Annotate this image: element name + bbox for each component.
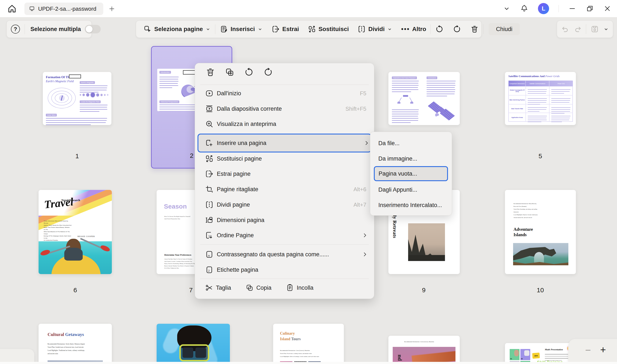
menu-item-dimensioni-pagina[interactable]: Dimensioni pagina xyxy=(200,212,369,228)
delete-page-button[interactable] xyxy=(466,25,483,34)
table-cell xyxy=(526,95,549,104)
menu-item-contrassegnato[interactable]: ıv Contrassegnato da questa pagina come.… xyxy=(200,247,369,262)
copy-button[interactable]: Copia xyxy=(245,284,272,292)
crop-icon xyxy=(205,185,214,194)
cut-label: Taglia xyxy=(216,285,231,291)
redo-button[interactable] xyxy=(574,25,582,33)
kayak-photo xyxy=(39,241,112,274)
submenu-item-da-immagine[interactable]: Da immagine... xyxy=(375,152,448,165)
insert-icon xyxy=(220,25,228,33)
home-button[interactable] xyxy=(7,3,17,14)
rotate-left-quick-button[interactable] xyxy=(244,67,254,77)
menu-item-etichette-pagina[interactable]: 2 Etichette pagina xyxy=(200,262,369,277)
page-thumbnail-math[interactable]: 01 02 03 04 idea Math Presentation Skill… xyxy=(505,343,576,364)
svg-text:ıv: ıv xyxy=(208,254,210,257)
tag: Implications And Future Research xyxy=(392,77,417,79)
save-icon xyxy=(590,25,599,34)
quick-actions-row xyxy=(205,67,273,77)
replace-icon xyxy=(308,25,316,33)
close-window-button[interactable] xyxy=(603,4,611,13)
rotate-right-button[interactable] xyxy=(448,25,466,34)
title-regular: Satellite Communications And xyxy=(508,75,545,78)
save-options-button[interactable] xyxy=(603,26,609,32)
planets-row xyxy=(80,92,108,97)
page-thumbnail-culinary[interactable]: Culinary Island Tours Recommended Destin… xyxy=(273,324,344,364)
split-button[interactable]: Dividi xyxy=(353,25,397,33)
idea-sticky: idea xyxy=(532,353,540,359)
document-tab[interactable]: UPDF-2-sa...-password xyxy=(25,2,103,15)
avatar[interactable]: L xyxy=(538,3,549,14)
menu-item-dividi-pagine[interactable]: Dividi pagine Alt+7 xyxy=(200,197,369,212)
rotate-right-quick-button[interactable] xyxy=(263,67,273,77)
submenu-item-pagina-vuota[interactable]: Pagina vuota... xyxy=(374,166,448,181)
new-tab-button[interactable] xyxy=(108,5,116,13)
extract-button[interactable]: Estrai xyxy=(267,25,303,33)
trash-icon xyxy=(205,67,215,77)
page-thumbnail-island-pink[interactable]: Recommended Destinations: Crete (Greece)… xyxy=(389,336,460,364)
page-thumbnail-5[interactable]: Satellite Communications And Power Grids… xyxy=(505,72,576,125)
select-pages-button[interactable]: Seleziona pagine xyxy=(139,25,215,33)
zoom-out-button[interactable]: − xyxy=(583,345,593,355)
menu-item-anteprima[interactable]: Visualizza in anteprima xyxy=(200,116,369,132)
submenu-item-da-file[interactable]: Da file... xyxy=(375,137,448,150)
notifications-button[interactable] xyxy=(520,4,528,13)
page-thumbnail-6[interactable]: Trend Research Travel Ocean Adventures O… xyxy=(39,190,112,274)
page-thumbnail-snorkel[interactable] xyxy=(157,324,230,364)
menu-item-pagine-ritagliate[interactable]: Pagine ritagliate Alt+6 xyxy=(200,182,369,197)
table-header: Comparison Dimensions xyxy=(509,81,526,86)
page-thumbnail-1[interactable]: Formation Of The Earth's Magnetic Field … xyxy=(43,72,111,125)
clipboard-row: Taglia Copia Incolla xyxy=(200,280,323,296)
save-button[interactable] xyxy=(590,25,599,34)
scissors-icon xyxy=(205,284,213,292)
menu-item-inserire-una-pagina[interactable]: Inserire una pagina xyxy=(198,134,372,153)
rotate-left-icon xyxy=(244,67,254,77)
trash-icon xyxy=(470,25,479,34)
menu-item-estrai-pagine[interactable]: Estrai pagine xyxy=(200,166,369,182)
minimize-button[interactable] xyxy=(568,4,576,13)
help-button[interactable]: ? xyxy=(11,25,20,34)
redo-icon xyxy=(574,25,582,33)
paste-button[interactable]: Incolla xyxy=(286,284,313,292)
replace-button[interactable]: Sostituisci xyxy=(303,25,353,33)
restore-button[interactable] xyxy=(586,4,594,13)
tag: Solar Wind xyxy=(46,114,57,117)
delete-quick-button[interactable] xyxy=(205,67,215,77)
form-field-box xyxy=(69,75,81,78)
page-thumbnail-10[interactable]: Recommended Destinations: Maui (Hawaii),… xyxy=(505,190,576,274)
page-thumbnail-cultural-getaways[interactable]: Cultural Getaways Recommended Destinatio… xyxy=(39,324,112,364)
page-thumbnail-4[interactable]: Implications And Future Research Conclus… xyxy=(389,72,460,125)
multi-select-toggle[interactable] xyxy=(85,25,101,33)
page-label-icon: 2 xyxy=(205,265,214,274)
more-button[interactable]: ••• Altro xyxy=(397,26,430,33)
undo-button[interactable] xyxy=(561,25,569,33)
minus-icon: − xyxy=(585,345,591,356)
rotate-left-button[interactable] xyxy=(431,25,448,34)
window-controls: L xyxy=(503,0,611,17)
duplicate-quick-button[interactable] xyxy=(225,67,235,77)
paste-label: Incolla xyxy=(297,285,313,291)
table-cell xyxy=(549,95,573,104)
bottom-edge-strip xyxy=(0,362,617,364)
divider xyxy=(586,24,586,34)
plus-icon: + xyxy=(600,344,606,355)
menu-item-ordine-pagine[interactable]: 1 Ordine Pagine xyxy=(200,228,369,243)
close-button[interactable]: Chiudi xyxy=(489,23,520,35)
slide-title: Cultural Getaways xyxy=(48,332,84,337)
slide-text-block xyxy=(545,352,570,361)
table-cell xyxy=(549,113,573,122)
slide-text-block: Solar Wind xyxy=(46,113,108,125)
slide-text-block: Implications And Future Research xyxy=(392,75,420,92)
bell-icon xyxy=(520,4,528,13)
cut-button[interactable]: Taglia xyxy=(205,284,231,292)
page-number: 10 xyxy=(532,286,549,294)
slide-intro: How To Choose The Right Island For Yours… xyxy=(164,215,190,220)
insert-button[interactable]: Inserisci xyxy=(215,25,267,33)
cover-paragraph: Ocean Adventures Often Include Exploring… xyxy=(44,220,72,241)
zoom-in-button[interactable]: + xyxy=(598,345,608,355)
menu-item-diapositiva-corrente[interactable]: Dalla diapositiva corrente Shift+F5 xyxy=(200,101,369,117)
menu-item-dall-inizio[interactable]: Dall'inizio F5 xyxy=(200,86,369,101)
submenu-item-dagli-appunti[interactable]: Dagli Appunti... xyxy=(375,183,448,196)
tabs-dropdown-button[interactable] xyxy=(503,5,510,13)
submenu-item-inserimento-intercalato[interactable]: Inserimento Intercalato... xyxy=(375,199,448,211)
menu-item-sostituisci-pagine[interactable]: Sostituisci pagine xyxy=(200,151,369,166)
